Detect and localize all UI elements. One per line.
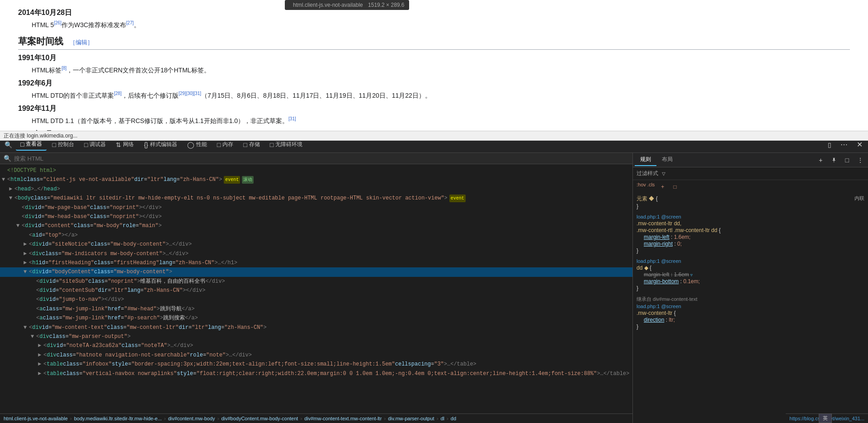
language-badge: 英	[819, 413, 832, 423]
style-prop-margin-left[interactable]: margin-left	[644, 234, 670, 240]
tree-table-vertical-navbox[interactable]: ► <table class="vertical-navbox nowrapli…	[0, 369, 632, 378]
expand-div-content[interactable]: ▼	[16, 221, 22, 230]
tree-div-jump-to-nav[interactable]: <div id="jump-to-nav" ></div>	[0, 295, 632, 304]
expand-mw-parser-output[interactable]: ▼	[31, 332, 36, 341]
performance-label: 性能	[196, 141, 207, 148]
tree-div-mw-page-base[interactable]: <div id="mw-page-base" class="noprint" >…	[0, 203, 632, 212]
tree-div-mw-content-text[interactable]: ▼ <div id="mw-content-text" class="mw-co…	[0, 323, 632, 332]
scroll-badge-html: 滚动	[242, 176, 254, 184]
year-1992-11: 1992年11月	[18, 104, 850, 114]
html-tree[interactable]: <!DOCTYPE html> ▼ <html class="client-js…	[0, 164, 632, 413]
pseudo-cls-label: :hov .cls	[637, 182, 655, 192]
tree-head[interactable]: ► <head> … </head>	[0, 185, 632, 194]
styles-content[interactable]: 元素 ◆ { 内联 } load.php:1 @screen .mw-conte…	[633, 193, 868, 423]
style-source-3[interactable]: load.php:1 @screen	[637, 304, 864, 309]
breadcrumb-item-body[interactable]: body.mediawiki.ltr.sitedir-ltr.mw-hide-e…	[74, 416, 162, 421]
breadcrumb-item-html[interactable]: html.client-js.ve-not-available	[4, 416, 68, 421]
search-input[interactable]	[14, 155, 629, 162]
settings-btn[interactable]: ⋮	[854, 155, 866, 166]
date-heading-2014: 2014年10月28日	[18, 8, 850, 18]
expand-body[interactable]: ▼	[9, 194, 14, 203]
tree-a-jump-head[interactable]: <a class="mw-jump-link" href="#mw-head" …	[0, 304, 632, 314]
devtools-main: 🔍 <!DOCTYPE html> ▼ <html class="client-…	[0, 153, 868, 423]
style-prop-margin-right[interactable]: margin-right	[644, 241, 673, 247]
tree-table-infobox[interactable]: ► <table class="infobox" style="border-s…	[0, 360, 632, 369]
expand-mw-content-text[interactable]: ▼	[24, 323, 29, 332]
expand-mw-indicators[interactable]: ►	[24, 249, 29, 258]
search-icon: 🔍	[4, 155, 11, 162]
add-pseudo-btn[interactable]: +	[658, 182, 667, 192]
tree-doctype[interactable]: <!DOCTYPE html>	[0, 166, 632, 175]
expand-h1-firstheading[interactable]: ►	[24, 258, 29, 267]
tab-rules[interactable]: 规则	[635, 154, 656, 166]
tree-div-bodycontent[interactable]: ▼ <div id="bodyContent" class="mw-body-c…	[0, 267, 632, 276]
expand-div-sitenotice[interactable]: ►	[24, 240, 29, 249]
copy-element-btn[interactable]: □	[670, 182, 679, 192]
dock-btn[interactable]: ▯	[824, 139, 835, 150]
style-selector-mw-content-ltr-inherit: .mw-content-ltr	[637, 310, 672, 316]
expand-noteta[interactable]: ►	[38, 341, 43, 350]
breadcrumb-item-mw-content-text[interactable]: div#mw-content-text.mw-content-ltr	[304, 416, 382, 421]
style-block-element: 元素 ◆ { 内联 }	[637, 195, 864, 209]
tree-html[interactable]: ▼ <html class="client-js ve-not-availabl…	[0, 175, 632, 184]
tree-div-hatnote[interactable]: ► <div class="hatnote navigation-not-sea…	[0, 351, 632, 360]
inspect-btn[interactable]: 🔍	[2, 139, 15, 150]
pseudo-cls-bar: :hov .cls + □	[633, 180, 868, 193]
status-bar: 正在连接 login.wikimedia.org...	[0, 131, 868, 141]
style-prop-margin-left-dd[interactable]: margin-left	[644, 271, 670, 278]
tree-div-content[interactable]: ▼ <div id="content" class="mw-body" role…	[0, 221, 632, 230]
edit-link[interactable]: ［编辑］	[70, 39, 93, 46]
style-selector-mw-content-rtl-dd: .mw-content-rtl .mw-content-ltr dd	[637, 227, 717, 233]
devtools-panel: 🔍 □ 查看器 □ 控制台 □ 调试器 ⇅ 网络 {} 样式编辑器 ◯ 性能 □…	[0, 137, 868, 423]
tree-div-mw-indicators[interactable]: ► <div class="mw-indicators mw-body-cont…	[0, 249, 632, 258]
tree-div-contentsub[interactable]: <div id="contentSub" dir="ltr" lang="zh-…	[0, 286, 632, 295]
style-source-1[interactable]: load.php:1 @screen	[637, 214, 864, 219]
style-source-inline: 内联	[854, 195, 864, 202]
tree-h1-firstheading[interactable]: ► <h1 id="firstHeading" class="firstHead…	[0, 258, 632, 267]
tree-body[interactable]: ▼ <body class="mediawiki ltr sitedir-ltr…	[0, 194, 632, 203]
tree-div-mw-parser-output[interactable]: ▼ <div class="mw-parser-output" >	[0, 332, 632, 341]
pick-element-btn[interactable]: 🖈	[828, 155, 840, 166]
style-editor-icon: {}	[144, 141, 148, 148]
filter-icon: ▿	[662, 169, 665, 178]
tree-div-noteta[interactable]: ► <div id="noteTA-a23ca62a" class="noteT…	[0, 341, 632, 350]
style-prop-margin-bottom-dd[interactable]: margin-bottom	[644, 278, 679, 285]
item-1992-6: HTML DTD的首个非正式草案[28]，后续有七个修订版[29][30][31…	[32, 90, 850, 100]
style-block-mw-content-ltr: load.php:1 @screen .mw-content-ltr dd, .…	[637, 214, 864, 254]
accessibility-icon: □	[270, 141, 274, 148]
expand-div-bodycontent[interactable]: ▼	[24, 267, 29, 276]
tree-a-jump-search[interactable]: <a class="mw-jump-link" href="#p-search"…	[0, 314, 632, 323]
memory-icon: □	[217, 141, 221, 148]
tree-div-sitenotice[interactable]: ► <div id="siteNotice" class="mw-body-co…	[0, 240, 632, 249]
expand-table-navbox[interactable]: ►	[38, 369, 43, 378]
style-val-margin-right: 0;	[677, 241, 682, 247]
expand-head[interactable]: ►	[9, 185, 14, 194]
style-prop-direction[interactable]: direction	[644, 317, 664, 323]
style-source-2[interactable]: load.php:1 @screen	[637, 258, 864, 264]
year-1992-6: 1992年6月	[18, 79, 850, 88]
tree-div-mw-head-base[interactable]: <div id="mw-head-base" class="noprint" >…	[0, 212, 632, 221]
breadcrumb-item-dl[interactable]: dl	[440, 416, 444, 421]
copy-style-btn[interactable]: □	[843, 155, 852, 166]
expand-table-infobox[interactable]: ►	[38, 360, 43, 369]
breadcrumb-item-content[interactable]: div#content.mw-body	[168, 416, 215, 421]
style-val-margin-left-dd: 1.6em	[674, 271, 689, 278]
add-rule-btn[interactable]: +	[816, 155, 825, 166]
breadcrumb-item-parser-output[interactable]: div.mw-parser-output	[388, 416, 434, 421]
breadcrumb-item-bodycontent[interactable]: div#bodyContent.mw-body-content	[221, 416, 298, 421]
storage-icon: □	[243, 141, 247, 148]
style-val-margin-left: 1.6em;	[674, 234, 691, 240]
tree-a-top[interactable]: <a id="top" ></a>	[0, 231, 632, 240]
styles-tabs: 规则 布局 + 🖈 □ ⋮	[633, 153, 868, 167]
tab-layout[interactable]: 布局	[656, 154, 678, 166]
debugger-label: 调试器	[90, 141, 106, 148]
tree-div-sitesub[interactable]: <div id="siteSub" class="noprint" > 维基百科…	[0, 277, 632, 286]
item-1991: HTML标签[8]，一个非正式CERN文件首次公开18个HTML标签。	[32, 65, 850, 75]
filter-styles-bar: 过滤样式 ▿	[633, 167, 868, 180]
breadcrumb-bar: html.client-js.ve-not-available › body.m…	[0, 413, 632, 423]
filter-override-icon: ▿	[690, 272, 693, 277]
performance-icon: ◯	[187, 141, 194, 148]
expand-hatnote[interactable]: ►	[38, 351, 43, 360]
expand-html[interactable]: ▼	[2, 175, 7, 184]
breadcrumb-item-dd[interactable]: dd	[451, 416, 456, 421]
